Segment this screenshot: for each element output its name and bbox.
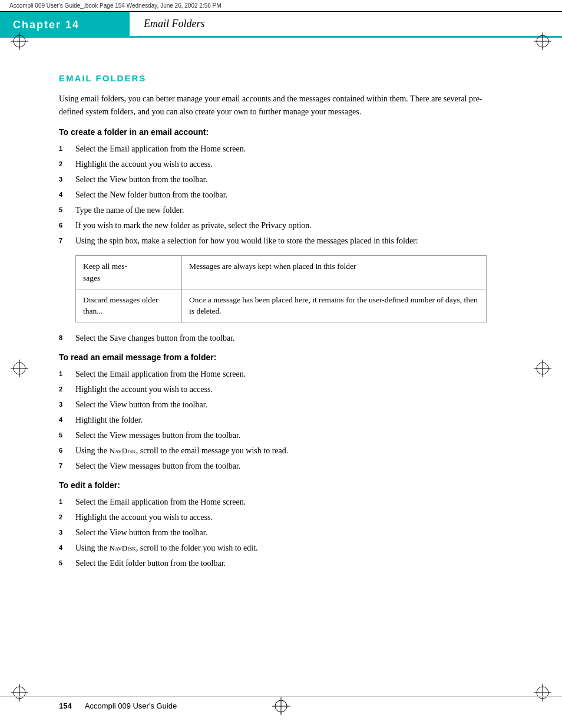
- edit-heading: To edit a folder:: [59, 480, 503, 490]
- list-item: 4Using the NavDisk, scroll to the folder…: [59, 542, 503, 554]
- list-item: 1Select the Email application from the H…: [59, 496, 503, 508]
- reg-mark-top-left: [11, 32, 28, 50]
- list-item: 2Highlight the account you wish to acces…: [59, 511, 503, 523]
- list-item: 2Highlight the account you wish to acces…: [59, 383, 503, 396]
- chapter-title: Email Folders: [130, 12, 562, 38]
- list-item: 6If you wish to mark the new folder as p…: [59, 219, 503, 232]
- list-item: 4Highlight the folder.: [59, 414, 503, 426]
- reg-mark-top-right: [534, 32, 551, 50]
- reg-mark-mid-left: [11, 360, 28, 377]
- list-item: 1Select the Email application from the H…: [59, 143, 503, 155]
- chapter-label: Chapter 14: [13, 19, 80, 31]
- main-content: EMAIL FOLDERS Using email folders, you c…: [0, 38, 562, 613]
- section-heading: EMAIL FOLDERS: [59, 73, 503, 83]
- footer-page-number: 154: [59, 701, 72, 710]
- chapter-title-text: Email Folders: [144, 18, 205, 30]
- table-cell-option2: Discard messages older than...: [76, 289, 182, 322]
- read-steps-list: 1Select the Email application from the H…: [59, 368, 503, 472]
- list-item: 6Using the NavDisk, scroll to the email …: [59, 444, 503, 457]
- list-item: 5Type the name of the new folder.: [59, 204, 503, 216]
- reg-mark-mid-right: [534, 360, 551, 377]
- page: Accompli 009 User's Guide_.book Page 154…: [0, 0, 562, 728]
- read-heading: To read an email message from a folder:: [59, 353, 503, 362]
- list-item: 8Select the Save changes button from the…: [59, 332, 503, 344]
- list-item: 5Select the View messages button from th…: [59, 429, 503, 442]
- list-item: 3Select the View button from the toolbar…: [59, 526, 503, 539]
- table-cell-desc1: Messages are always kept when placed in …: [182, 256, 487, 289]
- list-item: 3Select the View button from the toolbar…: [59, 173, 503, 186]
- footer-book-title: Accompli 009 User's Guide: [79, 701, 177, 710]
- list-item: 7Select the View messages button from th…: [59, 460, 503, 472]
- edit-steps-list: 1Select the Email application from the H…: [59, 496, 503, 569]
- table-row: Keep all mes-sages Messages are always k…: [76, 256, 487, 289]
- list-item: 7Using the spin box, make a selection fo…: [59, 235, 503, 247]
- list-item: 5Select the Edit folder button from the …: [59, 557, 503, 569]
- top-bar: Accompli 009 User's Guide_.book Page 154…: [0, 0, 562, 12]
- table-cell-option1: Keep all mes-sages: [76, 256, 182, 289]
- table-cell-desc2: Once a message has been placed here, it …: [182, 289, 487, 322]
- list-item: 3Select the View button from the toolbar…: [59, 398, 503, 411]
- chapter-header: Chapter 14 Email Folders: [0, 12, 562, 38]
- create-steps-list: 1Select the Email application from the H…: [59, 143, 503, 247]
- footer: 154 Accompli 009 User's Guide: [0, 696, 562, 710]
- list-item: 4Select the New folder button from the t…: [59, 189, 503, 201]
- intro-paragraph: Using email folders, you can better mana…: [59, 93, 503, 118]
- table-row: Discard messages older than... Once a me…: [76, 289, 487, 322]
- top-bar-text: Accompli 009 User's Guide_.book Page 154…: [9, 2, 222, 9]
- list-item: 2Highlight the account you wish to acces…: [59, 158, 503, 170]
- create-heading: To create a folder in an email account:: [59, 127, 503, 137]
- list-item: 1Select the Email application from the H…: [59, 368, 503, 380]
- options-table: Keep all mes-sages Messages are always k…: [75, 255, 487, 322]
- create-step8-list: 8Select the Save changes button from the…: [59, 332, 503, 344]
